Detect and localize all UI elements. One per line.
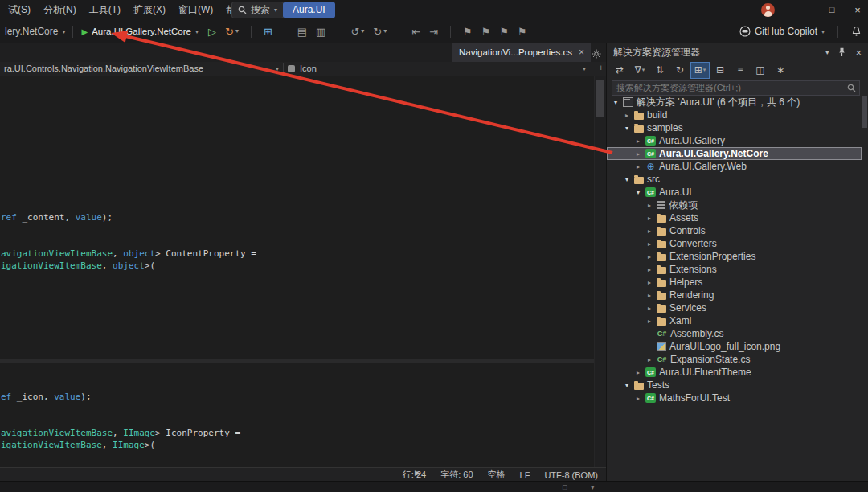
chevron-collapsed-icon[interactable]: ▸ bbox=[645, 279, 653, 286]
start-without-debugging-icon[interactable]: ▷ bbox=[208, 27, 216, 37]
editor-scrollbar-thumb[interactable] bbox=[596, 80, 604, 117]
chevron-down-icon[interactable]: ▾ bbox=[591, 482, 595, 492]
save-all-icon[interactable]: ▥ bbox=[316, 27, 326, 37]
menu-w[interactable]: 窗口(W) bbox=[172, 0, 219, 20]
next-bookmark-icon[interactable]: ⚑ bbox=[499, 27, 509, 37]
chevron-collapsed-icon[interactable]: ▸ bbox=[645, 266, 653, 273]
tree-item-helpers[interactable]: ▸Helpers bbox=[607, 276, 862, 289]
status-line-ending[interactable]: LF bbox=[520, 470, 530, 480]
type-dropdown[interactable]: ra.UI.Controls.Navigation.NavigationView… bbox=[0, 62, 283, 75]
code-editor-top-pane[interactable]: ref _content, value);avigationViewItemBa… bbox=[0, 76, 594, 359]
member-dropdown[interactable]: Icon ▾ bbox=[284, 62, 590, 75]
tree-item-expansionstate-cs[interactable]: ▸C#ExpansionState.cs bbox=[607, 353, 862, 366]
chevron-collapsed-icon[interactable]: ▸ bbox=[634, 395, 642, 402]
menu-x[interactable]: 扩展(X) bbox=[127, 0, 172, 20]
tree-item-aura-ui-gallery-web[interactable]: ▸⊕Aura.UI.Gallery.Web bbox=[607, 160, 862, 173]
chevron-collapsed-icon[interactable]: ▸ bbox=[645, 228, 653, 235]
tree-item-extensions[interactable]: ▸Extensions bbox=[607, 263, 862, 276]
tree-item-tests[interactable]: ▾Tests bbox=[607, 379, 862, 392]
tree-item-aurauilogo-full-icon-png[interactable]: AuraUILogo_full_icon.png bbox=[607, 340, 862, 353]
close-button[interactable]: × bbox=[845, 0, 868, 20]
tree-item-samples[interactable]: ▾samples bbox=[607, 121, 862, 134]
chevron-expanded-icon[interactable]: ▾ bbox=[623, 176, 631, 183]
tree-item-aura-ui-gallery[interactable]: ▸C#Aura.UI.Gallery bbox=[607, 134, 862, 147]
chevron-collapsed-icon[interactable]: ▸ bbox=[645, 318, 653, 325]
pending-changes-filter-icon[interactable]: ∇▾ bbox=[631, 63, 649, 78]
menu-n[interactable]: 分析(N) bbox=[37, 0, 83, 20]
multi-launch-profile-icon[interactable]: ⊞ bbox=[264, 27, 272, 37]
tree-item-src[interactable]: ▾src bbox=[607, 173, 862, 186]
chevron-expanded-icon[interactable]: ▾ bbox=[623, 125, 631, 132]
indent-decrease-icon[interactable]: ⇤ bbox=[411, 27, 420, 37]
status-encoding[interactable]: UTF-8 (BOM) bbox=[544, 470, 598, 480]
tree-scrollbar[interactable] bbox=[862, 96, 867, 478]
status-column[interactable]: 字符: 60 bbox=[440, 469, 473, 481]
tree-item-build[interactable]: ▸build bbox=[607, 109, 862, 121]
solution-badge[interactable]: Aura.UI bbox=[283, 2, 335, 18]
indent-increase-icon[interactable]: ⇥ bbox=[429, 27, 438, 37]
save-icon[interactable]: ▤ bbox=[297, 27, 307, 37]
split-editor-icon[interactable]: + bbox=[599, 63, 604, 72]
tree-item-aura-ui[interactable]: ▾C#Aura.UI bbox=[607, 186, 862, 199]
startup-project-combo[interactable]: lery.NetCore ▾ bbox=[1, 26, 69, 37]
chevron-collapsed-icon[interactable]: ▸ bbox=[645, 215, 653, 222]
sync-with-active-document-icon[interactable]: ⇅ bbox=[651, 63, 669, 78]
tree-item-extensionproperties[interactable]: ▸ExtensionProperties bbox=[607, 250, 862, 263]
chevron-collapsed-icon[interactable]: ▸ bbox=[645, 305, 653, 312]
tree-item-aura-ui-gallery-netcore[interactable]: ▸C#Aura.UI.Gallery.NetCore bbox=[607, 147, 862, 160]
chevron-collapsed-icon[interactable]: ▸ bbox=[645, 253, 653, 260]
chevron-collapsed-icon[interactable]: ▸ bbox=[645, 292, 653, 299]
previous-bookmark-icon[interactable]: ⚑ bbox=[481, 27, 491, 37]
tab-navigationview-properties[interactable]: NavigationVi...Properties.cs × bbox=[452, 43, 591, 62]
tree-item-converters[interactable]: ▸Converters bbox=[607, 237, 862, 250]
refresh-icon[interactable]: ↻ bbox=[671, 63, 689, 78]
chevron-expanded-icon[interactable]: ▾ bbox=[634, 189, 642, 196]
chevron-down-icon[interactable]: ▾ bbox=[825, 48, 829, 56]
start-debugging-button[interactable]: ▶ Aura.UI.Gallery.NetCore ▾ bbox=[76, 27, 203, 36]
github-copilot-button[interactable]: GitHub Copilot ▾ bbox=[739, 26, 825, 37]
tree-item-assembly-cs[interactable]: C#Assembly.cs bbox=[607, 327, 862, 340]
chevron-collapsed-icon[interactable]: ▸ bbox=[634, 150, 642, 158]
gear-icon[interactable] bbox=[592, 47, 601, 62]
properties-icon[interactable]: ≡ bbox=[731, 63, 749, 78]
status-line[interactable]: 行: 24 bbox=[403, 469, 426, 481]
solution-search-input[interactable]: 搜索解决方案资源管理器(Ctrl+;) bbox=[612, 80, 860, 96]
tree-item-controls[interactable]: ▸Controls bbox=[607, 224, 862, 237]
status-spaces[interactable]: 空格 bbox=[488, 469, 506, 481]
close-icon[interactable]: × bbox=[855, 47, 862, 59]
tree-item[interactable]: ▸依赖项 bbox=[607, 199, 862, 211]
undo-icon[interactable]: ↺▾ bbox=[350, 27, 364, 37]
chevron-collapsed-icon[interactable]: ▸ bbox=[645, 356, 653, 363]
close-icon[interactable]: × bbox=[579, 47, 584, 58]
tree-item-rendering[interactable]: ▸Rendering bbox=[607, 289, 862, 301]
chevron-collapsed-icon[interactable]: ▸ bbox=[634, 369, 642, 376]
tree-item-aura-ui-fluenttheme[interactable]: ▸C#Aura.UI.FluentTheme bbox=[607, 366, 862, 379]
redo-icon[interactable]: ↻▾ bbox=[373, 27, 387, 37]
chevron-collapsed-icon[interactable]: ▸ bbox=[634, 137, 642, 145]
tree-item-xaml[interactable]: ▸Xaml bbox=[607, 314, 862, 327]
editor-scrollbar[interactable] bbox=[594, 76, 606, 467]
account-avatar[interactable] bbox=[761, 3, 775, 17]
collapse-all-icon[interactable]: ⊟ bbox=[711, 63, 729, 78]
menu-s[interactable]: 试(S) bbox=[2, 0, 37, 20]
minimize-button[interactable]: ─ bbox=[792, 0, 816, 20]
chevron-collapsed-icon[interactable]: ▸ bbox=[645, 240, 653, 248]
chevron-expanded-icon[interactable]: ▾ bbox=[623, 382, 631, 389]
show-all-files-icon[interactable]: ∗ bbox=[772, 63, 789, 78]
bookmark-icon[interactable]: ⚑ bbox=[463, 27, 473, 37]
chevron-collapsed-icon[interactable]: ▸ bbox=[623, 112, 631, 119]
chevron-collapsed-icon[interactable]: ▸ bbox=[645, 202, 653, 209]
tree-item-services[interactable]: ▸Services bbox=[607, 301, 862, 314]
tree-item-mathsforui-test[interactable]: ▸C#MathsForUI.Test bbox=[607, 392, 862, 404]
switch-views-icon[interactable]: ⇄ bbox=[611, 63, 628, 78]
nest-files-icon[interactable]: ⊞▾ bbox=[691, 63, 709, 78]
chevron-collapsed-icon[interactable]: ▸ bbox=[634, 163, 642, 170]
code-editor-bottom-pane[interactable]: ef _icon, value);avigationViewItemBase, … bbox=[0, 363, 594, 467]
maximize-button[interactable]: □ bbox=[820, 0, 844, 20]
clear-bookmarks-icon[interactable]: ⚑ bbox=[518, 27, 527, 37]
tree-item-assets[interactable]: ▸Assets bbox=[607, 211, 862, 224]
search-box[interactable]: 搜索 ▾ bbox=[231, 2, 284, 18]
notifications-bell-icon[interactable] bbox=[851, 26, 862, 37]
pin-icon[interactable] bbox=[838, 47, 845, 57]
preview-selected-icon[interactable]: ◫ bbox=[751, 63, 769, 78]
